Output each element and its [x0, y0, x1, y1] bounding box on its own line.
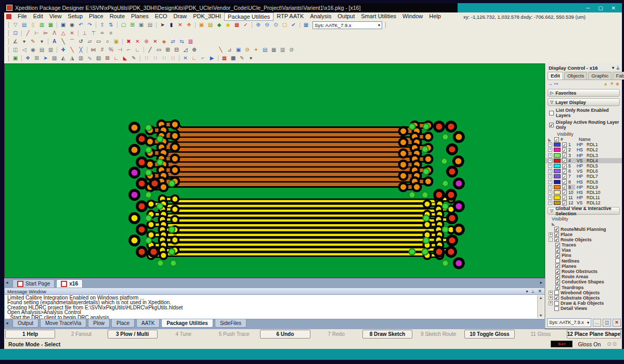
tree-checkbox[interactable]: ✓: [555, 285, 560, 290]
layer-color-swatch[interactable]: [554, 142, 561, 147]
layer-expand-button[interactable]: +: [548, 142, 552, 147]
bottom-tab-place[interactable]: Place: [111, 319, 135, 328]
layer-expand-button[interactable]: +: [548, 159, 552, 163]
folder-orange-icon[interactable]: ▣: [197, 21, 206, 29]
place-part-icon[interactable]: ❖: [23, 55, 32, 62]
tree-item-teardrops[interactable]: ✓Teardrops: [555, 285, 622, 290]
layer-row-rdl12[interactable]: +✓12VSRDL12: [545, 200, 622, 205]
grid-red-icon[interactable]: ▦: [232, 21, 241, 29]
grid-snap-icon[interactable]: #: [98, 46, 107, 54]
measure-h-icon[interactable]: ⊢: [32, 30, 41, 37]
maximize-button[interactable]: ▢: [598, 5, 603, 11]
window-orange-icon[interactable]: ▢: [280, 21, 289, 29]
tree-item-netlines[interactable]: Netlines: [555, 258, 622, 264]
fkey-1-help[interactable]: 1 Help: [5, 330, 55, 339]
tri-down-icon[interactable]: ◮: [68, 55, 76, 62]
layer-row-rdl10[interactable]: +✓10HSRDL10: [545, 190, 622, 195]
tree-item-place[interactable]: +✓Place: [549, 232, 622, 237]
tree-checkbox[interactable]: ✓: [554, 227, 559, 231]
datum-top-icon[interactable]: ⊥: [80, 30, 89, 37]
redo-icon[interactable]: ↷: [85, 21, 94, 29]
routing-canvas[interactable]: [4, 63, 545, 278]
fkey-12-place-plane-shape[interactable]: 12 Place Plane Shape: [567, 330, 621, 339]
more-options-button[interactable]: …: [593, 319, 601, 327]
all-layers-checkbox[interactable]: ✓: [554, 137, 559, 142]
net-delete-icon[interactable]: ✕: [176, 21, 185, 29]
gear-icon[interactable]: ⊙⊙: [607, 341, 618, 347]
menu-window[interactable]: Window: [399, 12, 426, 20]
fkey-2-fanout[interactable]: 2 Fanout: [57, 330, 106, 338]
tree-checkbox[interactable]: ✓: [555, 248, 560, 253]
stub-icon[interactable]: ⌐: [199, 55, 207, 62]
fkey-6-undo[interactable]: 6 Undo: [260, 330, 310, 339]
checkbox-display-active-routing-layer-only[interactable]: ✓: [549, 123, 554, 127]
net-class-icon[interactable]: ∷: [151, 55, 160, 62]
gloss-status[interactable]: Gloss On: [578, 341, 601, 347]
tree-expand-button[interactable]: +: [549, 301, 553, 305]
layer-color-swatch[interactable]: [554, 190, 561, 194]
filter-icon[interactable]: ▽: [11, 21, 20, 29]
toolbar-grip[interactable]: [383, 22, 386, 28]
datum-mid-icon[interactable]: ≐: [98, 30, 107, 37]
tree-item-wirebond-objects[interactable]: +Wirebond Objects: [549, 290, 622, 295]
bottom-tab-package-utilities[interactable]: Package Utilities: [161, 319, 213, 328]
net-set-icon[interactable]: ∷: [168, 55, 177, 62]
center-icon[interactable]: ◉: [29, 46, 37, 54]
promote-icon[interactable]: ⇧: [98, 21, 107, 29]
layer-visibility-checkbox[interactable]: ✓: [562, 142, 567, 147]
hatch-icon[interactable]: ▧: [94, 55, 103, 62]
tree-checkbox[interactable]: ✓: [555, 269, 560, 274]
menu-edit[interactable]: Edit: [30, 12, 46, 20]
chart-green-icon[interactable]: ▦: [46, 21, 55, 29]
pencil-percent-icon[interactable]: ✎: [238, 55, 246, 62]
layer-expand-button[interactable]: +: [548, 153, 552, 158]
report-green-icon[interactable]: ▥: [37, 21, 46, 29]
menu-package-utilities[interactable]: Package Utilities: [224, 12, 274, 21]
probe-icon[interactable]: ╲: [216, 46, 225, 54]
panel-dark-icon[interactable]: ▮: [167, 21, 176, 29]
layer-visibility-checkbox[interactable]: ✓: [562, 153, 567, 158]
layer-color-swatch[interactable]: [554, 174, 561, 178]
window-tile-icon[interactable]: ▤: [146, 21, 154, 29]
layer-row-rdl8[interactable]: +✓8HSRDL8: [545, 179, 622, 185]
layer-color-swatch[interactable]: [554, 169, 561, 173]
layer-expand-button[interactable]: +: [548, 148, 552, 152]
layer-visibility-checkbox[interactable]: ✓: [562, 169, 567, 174]
layer-visibility-checkbox[interactable]: ✓: [562, 164, 567, 168]
layer-display-section-header[interactable]: ▽ Layer Display: [548, 98, 620, 106]
global-view-section-header[interactable]: ▽ Global View & Interactive Selection: [548, 207, 620, 215]
menu-help[interactable]: Help: [426, 12, 444, 20]
layer-color-swatch[interactable]: [554, 196, 561, 200]
library-icon[interactable]: ▥: [186, 38, 195, 45]
chevron-down-icon[interactable]: ▾: [246, 55, 255, 62]
bottom-tab-aatk[interactable]: AATK: [136, 319, 160, 328]
slant-icon[interactable]: ⌐: [124, 46, 133, 54]
pin-icon[interactable]: ⊥: [531, 289, 535, 294]
layer-row-rdl11[interactable]: +✓11HPRDL11: [545, 195, 622, 200]
tree-checkbox[interactable]: ✓: [554, 237, 559, 242]
measure-angle-icon[interactable]: △: [59, 30, 68, 37]
bottom-tab-plow[interactable]: Plow: [88, 319, 110, 328]
bend-icon[interactable]: ∟: [112, 55, 121, 62]
menu-view[interactable]: View: [46, 12, 65, 20]
align-bottom-icon[interactable]: ▥: [46, 46, 55, 54]
toolbar-grip[interactable]: [6, 55, 9, 61]
shape-line-icon[interactable]: ╱: [146, 46, 154, 54]
layer-expand-button[interactable]: +: [548, 185, 552, 189]
datum-stack-icon[interactable]: ≡: [107, 30, 115, 37]
tree-item-substrate-objects[interactable]: +✓Substrate Objects: [549, 295, 622, 301]
menu-pdk-3dhi[interactable]: PDK_3DHI: [190, 12, 224, 20]
menu-rtp-aatk[interactable]: RTP AATK: [274, 12, 307, 20]
measure-span-icon[interactable]: ⊨: [41, 30, 50, 37]
bottom-tab-sidefiles[interactable]: SideFiles: [215, 319, 246, 328]
tee-icon[interactable]: ⊣: [115, 46, 124, 54]
save-icon[interactable]: ▣: [59, 21, 68, 29]
delete-trace-icon[interactable]: ✖: [124, 38, 133, 45]
swap-layer-icon[interactable]: ⇄: [168, 38, 177, 45]
layer-row-rdl3[interactable]: +✓3HPRDL3: [545, 153, 622, 158]
display-colors-icon[interactable]: ❖: [185, 21, 193, 29]
menu-file[interactable]: File: [15, 12, 30, 20]
layer-row-rdl9[interactable]: +✓9HPRDL9: [545, 185, 622, 190]
apply-icon[interactable]: ◈: [616, 81, 619, 86]
sort-corner-icon[interactable]: ◣: [548, 138, 553, 141]
